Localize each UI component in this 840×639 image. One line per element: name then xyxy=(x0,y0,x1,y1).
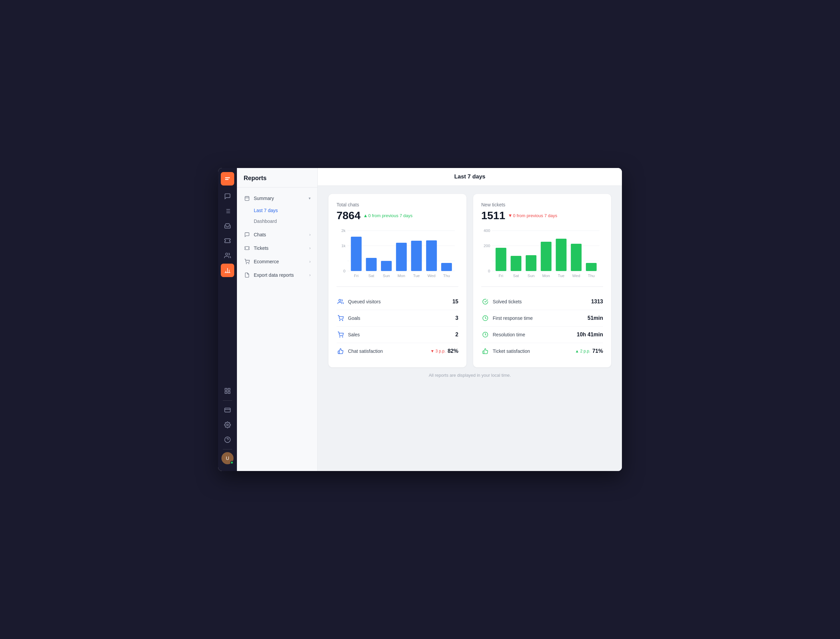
chat-satisfaction-badge: ▼ 3 p.p. xyxy=(430,349,446,353)
ecommerce-label: Ecommerce xyxy=(254,259,279,264)
solved-label: Solved tickets xyxy=(493,299,591,304)
sales-value: 2 xyxy=(455,332,458,338)
app-window: U Reports Summary ▾ xyxy=(218,168,622,471)
svg-point-17 xyxy=(227,424,229,426)
inbox-nav-icon[interactable] xyxy=(221,219,234,233)
svg-rect-16 xyxy=(225,408,230,412)
svg-rect-66 xyxy=(571,244,581,271)
logo-icon[interactable] xyxy=(221,172,234,186)
svg-point-7 xyxy=(225,253,228,256)
first-response-label: First response time xyxy=(493,315,588,321)
last7days-item[interactable]: Last 7 days xyxy=(237,205,318,216)
queued-visitors-row: Queued visitors 15 xyxy=(337,294,458,310)
icon-bar-top xyxy=(221,189,234,383)
avatar-initials: U xyxy=(226,456,229,461)
summary-nav-item[interactable]: Summary ▾ xyxy=(237,192,318,205)
total-chats-title: Total chats xyxy=(337,202,458,207)
first-response-icon xyxy=(481,314,489,322)
chat-nav-icon[interactable] xyxy=(221,189,234,203)
footer-note: All reports are displayed in your local … xyxy=(329,373,611,378)
first-response-value: 51min xyxy=(588,315,603,321)
wallet-nav-icon[interactable] xyxy=(221,403,234,417)
queued-icon xyxy=(337,297,345,306)
apps-nav-icon[interactable] xyxy=(221,384,234,397)
svg-rect-40 xyxy=(441,263,452,271)
svg-point-49 xyxy=(340,320,340,321)
summary-section: Summary ▾ Last 7 days Dashboard xyxy=(237,192,318,227)
svg-text:Fri: Fri xyxy=(499,274,503,278)
queued-value: 15 xyxy=(452,299,458,305)
svg-text:Mon: Mon xyxy=(397,274,405,278)
last7days-label: Last 7 days xyxy=(254,208,278,213)
chart-divider-2 xyxy=(481,286,603,287)
list-nav-icon[interactable] xyxy=(221,204,234,218)
sidebar-nav: Summary ▾ Last 7 days Dashboard xyxy=(237,188,318,471)
help-nav-icon[interactable] xyxy=(221,433,234,447)
icon-bar: U xyxy=(218,168,237,471)
svg-rect-61 xyxy=(496,248,507,271)
svg-text:Thu: Thu xyxy=(443,274,450,278)
svg-rect-15 xyxy=(228,391,230,394)
ecommerce-chevron: › xyxy=(309,259,311,264)
svg-rect-0 xyxy=(224,175,231,183)
contacts-nav-icon[interactable] xyxy=(221,249,234,262)
svg-rect-67 xyxy=(586,263,597,271)
new-tickets-chart: 400 200 0 xyxy=(481,227,603,281)
total-chats-change: 0 from previous 7 days xyxy=(364,213,413,218)
online-status-dot xyxy=(230,461,233,464)
svg-rect-63 xyxy=(526,255,537,271)
svg-rect-20 xyxy=(245,197,249,201)
svg-text:Mon: Mon xyxy=(542,274,550,278)
summary-label: Summary xyxy=(254,196,274,201)
ticket-satisfaction-value: 71% xyxy=(592,348,603,354)
svg-rect-35 xyxy=(366,258,376,271)
svg-rect-34 xyxy=(351,237,362,271)
svg-point-50 xyxy=(342,320,343,321)
main-content: Last 7 days Total chats 7864 0 from prev… xyxy=(318,168,622,471)
reports-nav-icon[interactable] xyxy=(221,264,234,277)
goals-icon xyxy=(337,314,345,322)
user-avatar[interactable]: U xyxy=(221,452,233,464)
tickets-nav-icon[interactable] xyxy=(221,234,234,248)
settings-nav-icon[interactable] xyxy=(221,418,234,432)
chats-nav-item[interactable]: Chats › xyxy=(237,228,318,242)
icon-bar-bottom: U xyxy=(221,384,234,464)
resolution-value: 10h 41min xyxy=(577,332,603,338)
chats-label: Chats xyxy=(254,232,266,237)
svg-text:Sat: Sat xyxy=(368,274,374,278)
solved-tickets-row: Solved tickets 1313 xyxy=(481,294,603,310)
chat-satisfaction-label: Chat satisfaction xyxy=(348,348,430,354)
sidebar-title: Reports xyxy=(237,168,318,188)
divider-2 xyxy=(223,449,232,450)
svg-text:Wed: Wed xyxy=(427,274,435,278)
tickets-nav-item[interactable]: Tickets › xyxy=(237,242,318,255)
sales-row: Sales 2 xyxy=(337,327,458,343)
export-nav-item[interactable]: Export data reports › xyxy=(237,268,318,282)
export-label: Export data reports xyxy=(254,272,294,278)
svg-text:2k: 2k xyxy=(341,229,346,233)
svg-text:Thu: Thu xyxy=(588,274,595,278)
svg-point-25 xyxy=(249,263,249,264)
ecommerce-icon xyxy=(244,258,250,265)
new-tickets-title: New tickets xyxy=(481,202,603,207)
chart-divider-1 xyxy=(337,286,458,287)
chats-icon xyxy=(244,231,250,238)
queued-label: Queued visitors xyxy=(348,299,452,304)
svg-text:Sun: Sun xyxy=(383,274,390,278)
sales-label: Sales xyxy=(348,332,455,337)
svg-text:0: 0 xyxy=(343,269,346,273)
chat-satisfaction-value: 82% xyxy=(448,348,458,354)
dashboard-label: Dashboard xyxy=(254,218,277,224)
export-chevron: › xyxy=(309,273,311,277)
new-tickets-change-text: 0 from previous 7 days xyxy=(513,213,557,218)
chat-satisfaction-value-group: ▼ 3 p.p. 82% xyxy=(430,348,458,354)
svg-text:Sun: Sun xyxy=(528,274,535,278)
ecommerce-nav-item[interactable]: Ecommerce › xyxy=(237,255,318,268)
tickets-label: Tickets xyxy=(254,245,268,251)
main-body: Total chats 7864 0 from previous 7 days xyxy=(318,186,622,471)
svg-point-24 xyxy=(246,263,246,264)
dashboard-item[interactable]: Dashboard xyxy=(237,216,318,227)
solved-value: 1313 xyxy=(591,299,603,305)
solved-icon xyxy=(481,297,489,306)
chat-satisfaction-row: Chat satisfaction ▼ 3 p.p. 82% xyxy=(337,343,458,359)
